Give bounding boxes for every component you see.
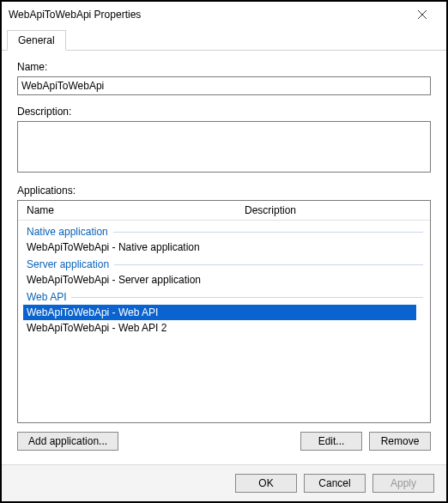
- application-row[interactable]: WebApiToWebApi - Server application: [23, 272, 425, 288]
- dialog-footer: OK Cancel Apply: [2, 464, 446, 501]
- group-header[interactable]: Web API: [23, 288, 425, 305]
- group-header-line: [71, 297, 423, 298]
- applications-button-row: Add application... Edit... Remove: [17, 432, 431, 451]
- remove-button[interactable]: Remove: [369, 432, 431, 451]
- name-input[interactable]: [17, 76, 431, 95]
- description-label: Description:: [17, 106, 431, 118]
- group-header-line: [113, 232, 423, 233]
- applications-list-box: Name Description Native applicationWebAp…: [17, 200, 431, 423]
- tabstrip: General: [2, 29, 446, 51]
- applications-list[interactable]: Native applicationWebApiToWebApi - Nativ…: [18, 221, 430, 422]
- group-header-label: Web API: [27, 291, 66, 303]
- application-row[interactable]: WebApiToWebApi - Native application: [23, 239, 425, 255]
- group-header-label: Server application: [27, 258, 109, 270]
- edit-button[interactable]: Edit...: [300, 432, 362, 451]
- tab-general[interactable]: General: [7, 30, 66, 51]
- apply-button[interactable]: Apply: [372, 474, 434, 493]
- titlebar: WebApiToWebApi Properties: [2, 2, 446, 27]
- column-header-name[interactable]: Name: [18, 204, 241, 216]
- group-header[interactable]: Native application: [23, 222, 425, 239]
- close-button[interactable]: [405, 3, 439, 27]
- window-title: WebApiToWebApi Properties: [9, 9, 405, 21]
- group-header-line: [114, 264, 423, 265]
- name-label: Name:: [17, 61, 431, 73]
- description-input[interactable]: [17, 121, 431, 173]
- group-header[interactable]: Server application: [23, 255, 425, 272]
- add-application-button[interactable]: Add application...: [17, 432, 118, 451]
- application-row[interactable]: WebApiToWebApi - Web API 2: [23, 320, 425, 336]
- application-row[interactable]: WebApiToWebApi - Web API: [23, 305, 416, 320]
- column-header-description[interactable]: Description: [241, 204, 430, 216]
- cancel-button[interactable]: Cancel: [304, 474, 366, 493]
- close-icon: [418, 10, 427, 19]
- ok-button[interactable]: OK: [235, 474, 297, 493]
- applications-header: Name Description: [18, 201, 430, 221]
- properties-dialog: WebApiToWebApi Properties General Name: …: [0, 0, 448, 503]
- group-header-label: Native application: [27, 226, 108, 238]
- applications-label: Applications:: [17, 185, 431, 197]
- tab-content-general: Name: Description: Applications: Name De…: [2, 51, 446, 464]
